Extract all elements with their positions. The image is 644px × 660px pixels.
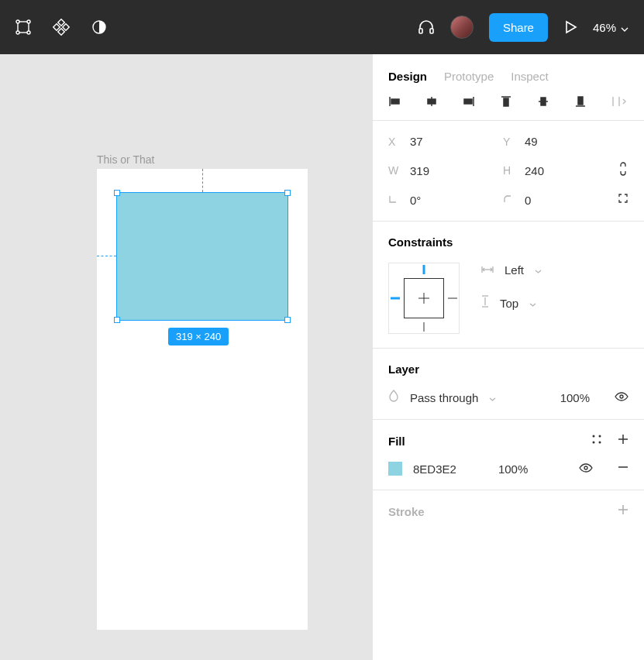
align-bottom-icon[interactable]	[574, 95, 587, 108]
resize-handle-bottom-right[interactable]	[284, 317, 291, 323]
chevron-down-icon	[529, 296, 536, 310]
spacing-guide-horizontal	[97, 256, 116, 256]
constraint-h-value: Left	[505, 263, 524, 277]
stroke-title: Stroke	[388, 505, 425, 518]
selected-rectangle[interactable]	[116, 192, 288, 321]
svg-rect-14	[391, 99, 399, 104]
fill-opacity-input[interactable]: 100%	[498, 462, 528, 476]
svg-rect-11	[430, 29, 433, 33]
y-input[interactable]: 49	[525, 135, 538, 148]
svg-point-40	[584, 466, 587, 469]
svg-point-37	[599, 442, 601, 444]
svg-rect-8	[63, 24, 69, 30]
resize-handle-top-left[interactable]	[114, 190, 120, 196]
constraint-tick-left[interactable]	[391, 297, 400, 300]
layer-visibility-icon[interactable]	[615, 390, 629, 404]
svg-rect-18	[464, 99, 472, 104]
chevron-down-icon	[489, 390, 496, 404]
layer-title: Layer	[388, 363, 629, 376]
svg-point-3	[16, 31, 19, 34]
toolbar-left-group	[15, 19, 107, 36]
fill-title: Fill	[388, 435, 405, 448]
headphones-icon[interactable]	[418, 19, 435, 36]
main-area: This or That 319 × 240 Design Prototype …	[0, 54, 644, 660]
panel-tabs: Design Prototype Inspect	[373, 54, 644, 95]
fill-styles-icon[interactable]	[591, 434, 602, 448]
svg-point-34	[593, 435, 595, 438]
constraint-horizontal-select[interactable]: Left	[481, 263, 542, 277]
constraint-tick-top[interactable]	[423, 265, 425, 274]
x-label: X	[388, 136, 399, 148]
svg-rect-22	[541, 98, 546, 105]
w-label: W	[388, 164, 399, 177]
blend-mode-select[interactable]: Pass through	[410, 391, 478, 404]
components-icon[interactable]	[53, 19, 70, 36]
tab-inspect[interactable]: Inspect	[511, 70, 548, 83]
corner-radius-icon	[503, 194, 514, 206]
svg-marker-12	[567, 22, 576, 33]
align-v-center-icon[interactable]	[537, 95, 549, 108]
corner-radius-input[interactable]: 0	[525, 194, 531, 207]
remove-fill-icon[interactable]	[618, 462, 629, 476]
frame-name-label[interactable]: This or That	[97, 153, 154, 166]
add-stroke-icon[interactable]	[618, 504, 629, 518]
blend-mode-icon[interactable]	[388, 390, 399, 405]
fill-color-swatch[interactable]	[388, 462, 402, 476]
rotation-icon	[388, 194, 399, 206]
mask-icon[interactable]	[91, 19, 107, 35]
constraint-tick-right[interactable]	[448, 298, 457, 299]
height-input[interactable]: 240	[525, 164, 544, 177]
canvas[interactable]: This or That 319 × 240	[0, 54, 372, 660]
constraint-v-value: Top	[500, 297, 518, 310]
constraints-title: Constraints	[388, 235, 629, 249]
user-avatar[interactable]	[450, 15, 474, 39]
constraint-v-icon	[481, 295, 489, 311]
tab-design[interactable]: Design	[388, 70, 427, 83]
chevron-down-icon	[535, 263, 542, 277]
width-input[interactable]: 319	[410, 164, 429, 177]
svg-rect-0	[18, 22, 29, 33]
present-play-icon[interactable]	[563, 20, 577, 34]
align-top-icon[interactable]	[500, 95, 512, 108]
svg-point-36	[593, 442, 595, 444]
fill-visibility-icon[interactable]	[579, 462, 593, 476]
svg-rect-24	[578, 97, 583, 105]
zoom-value: 46%	[593, 21, 616, 34]
chevron-down-icon	[621, 21, 629, 34]
frame-tool-icon[interactable]	[15, 19, 31, 35]
distribute-icon[interactable]	[611, 95, 627, 108]
svg-point-4	[27, 31, 30, 34]
add-fill-icon[interactable]	[618, 434, 629, 448]
transform-section: X37 Y49 W319 H240 0° 0	[373, 121, 644, 222]
stroke-section: Stroke	[373, 490, 644, 532]
constraints-widget[interactable]	[388, 263, 460, 334]
constrain-proportions-icon[interactable]	[618, 162, 629, 179]
zoom-level[interactable]: 46%	[593, 21, 629, 34]
constraint-vertical-select[interactable]: Top	[481, 295, 542, 311]
fill-hex-input[interactable]: 8ED3E2	[413, 462, 456, 476]
svg-rect-16	[428, 99, 436, 104]
align-h-center-icon[interactable]	[425, 95, 438, 108]
spacing-guide-vertical	[202, 169, 203, 192]
svg-point-1	[16, 20, 19, 23]
alignment-row	[373, 95, 644, 121]
rotation-input[interactable]: 0°	[410, 194, 421, 207]
align-right-icon[interactable]	[463, 95, 475, 108]
top-toolbar: Share 46%	[0, 0, 644, 54]
align-left-icon[interactable]	[388, 95, 401, 108]
share-button[interactable]: Share	[489, 13, 548, 42]
resize-handle-top-right[interactable]	[284, 190, 291, 196]
svg-point-33	[620, 395, 623, 398]
resize-handle-bottom-left[interactable]	[114, 317, 120, 323]
svg-rect-5	[58, 19, 64, 26]
independent-corners-icon[interactable]	[618, 193, 629, 207]
constraint-tick-bottom[interactable]	[424, 322, 425, 332]
properties-panel: Design Prototype Inspect X37 Y49 W319 H2…	[372, 54, 644, 660]
cross-v	[424, 293, 425, 304]
layer-opacity-input[interactable]: 100%	[560, 391, 590, 404]
artboard-frame[interactable]: 319 × 240	[97, 169, 308, 630]
x-input[interactable]: 37	[410, 135, 423, 148]
tab-prototype[interactable]: Prototype	[444, 70, 494, 83]
y-label: Y	[503, 136, 514, 148]
layer-section: Layer Pass through 100%	[373, 349, 644, 420]
